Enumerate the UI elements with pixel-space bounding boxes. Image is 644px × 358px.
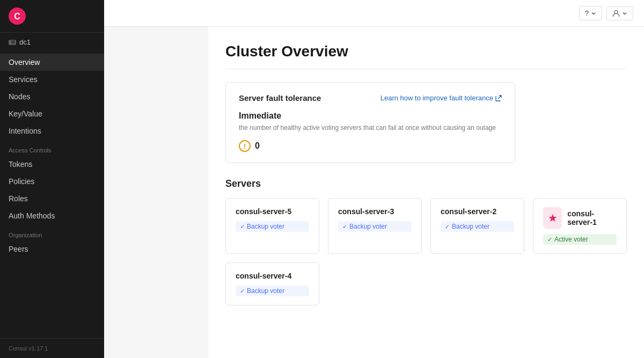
organization-section-label: Organization [0, 224, 104, 240]
learn-link[interactable]: Learn how to improve fault tolerance [380, 94, 502, 102]
server-card-consul-server-4: consul-server-4 ✓ Backup voter [225, 262, 319, 305]
sidebar-item-roles[interactable]: Roles [0, 190, 104, 207]
fault-tolerance-title: Server fault tolerance [239, 93, 321, 103]
server-name: consul-server-3 [338, 207, 412, 216]
fault-severity: Immediate [239, 111, 502, 121]
sidebar-item-intentions[interactable]: Intentions [0, 122, 104, 140]
sidebar-item-auth-methods[interactable]: Auth Methods [0, 207, 104, 224]
check-icon: ✓ [342, 223, 347, 230]
datacenter-icon [9, 39, 16, 46]
fault-tolerance-card-header: Server fault tolerance Learn how to impr… [239, 93, 502, 103]
warning-icon: ! [239, 140, 251, 152]
sidebar-item-nodes[interactable]: Nodes [0, 88, 104, 105]
page-title: Cluster Overview [225, 43, 627, 69]
user-icon [612, 10, 620, 17]
main-content: Cluster Overview Server fault tolerance … [208, 27, 644, 358]
sidebar-item-policies[interactable]: Policies [0, 173, 104, 190]
check-icon: ✓ [240, 288, 245, 295]
consul-logo: C [9, 8, 26, 25]
servers-row2: consul-server-4 ✓ Backup voter [225, 262, 627, 305]
server-badge-backup: ✓ Backup voter [236, 286, 309, 296]
server-card-consul-server-2: consul-server-2 ✓ Backup voter [430, 198, 524, 254]
server-card-consul-server-5: consul-server-5 ✓ Backup voter [225, 198, 319, 254]
chevron-down-icon [591, 11, 596, 16]
server-badge-backup: ✓ Backup voter [338, 221, 412, 232]
version-label: Consul v1.17.1 [0, 338, 104, 358]
grid-placeholder [328, 262, 422, 305]
svg-point-6 [614, 10, 618, 13]
server-name: consul-server-4 [236, 272, 309, 280]
server-badge-active: ✓ Active voter [543, 234, 617, 245]
leader-star-icon: ★ [543, 207, 562, 229]
sidebar-item-keyvalue[interactable]: Key/Value [0, 105, 104, 122]
server-name: consul-server-2 [441, 207, 514, 216]
server-card-header: ★ consul-server-1 [543, 207, 617, 229]
servers-grid: consul-server-5 ✓ Backup voter consul-se… [225, 198, 627, 254]
grid-placeholder [533, 262, 627, 305]
datacenter-label: dc1 [19, 38, 31, 46]
fault-count-row: ! 0 [239, 140, 502, 152]
check-icon: ✓ [445, 223, 450, 230]
sidebar-item-tokens[interactable]: Tokens [0, 156, 104, 173]
sidebar-item-services[interactable]: Services [0, 71, 104, 88]
svg-rect-2 [9, 40, 16, 45]
check-icon: ✓ [240, 223, 245, 230]
datacenter-item[interactable]: dc1 [0, 33, 104, 52]
topbar: ? [104, 0, 644, 27]
fault-tolerance-card: Server fault tolerance Learn how to impr… [225, 82, 515, 163]
sidebar-header: C [0, 0, 104, 33]
help-icon: ? [585, 9, 589, 17]
chevron-down-icon-2 [622, 11, 627, 16]
server-name: consul-server-1 [567, 209, 617, 227]
fault-description: the number of healthy active voting serv… [239, 123, 502, 133]
server-card-consul-server-1: ★ consul-server-1 ✓ Active voter [533, 198, 627, 254]
svg-text:C: C [14, 12, 20, 21]
sidebar: C dc1 Overview Services Nodes Key/Value … [0, 0, 104, 358]
sidebar-nav: Overview Services Nodes Key/Value Intent… [0, 52, 104, 338]
server-card-consul-server-3: consul-server-3 ✓ Backup voter [328, 198, 422, 254]
sidebar-item-overview[interactable]: Overview [0, 54, 104, 71]
help-button[interactable]: ? [579, 6, 602, 20]
access-controls-section-label: Access Controls [0, 140, 104, 156]
grid-placeholder [430, 262, 524, 305]
sidebar-item-peers[interactable]: Peers [0, 240, 104, 258]
user-button[interactable] [606, 6, 633, 20]
check-icon: ✓ [547, 236, 552, 243]
servers-section-title: Servers [225, 178, 627, 189]
server-badge-backup: ✓ Backup voter [236, 221, 309, 232]
server-badge-backup: ✓ Backup voter [441, 221, 514, 232]
server-name: consul-server-5 [236, 207, 309, 216]
fault-count: 0 [255, 141, 260, 151]
external-link-icon [495, 95, 502, 101]
